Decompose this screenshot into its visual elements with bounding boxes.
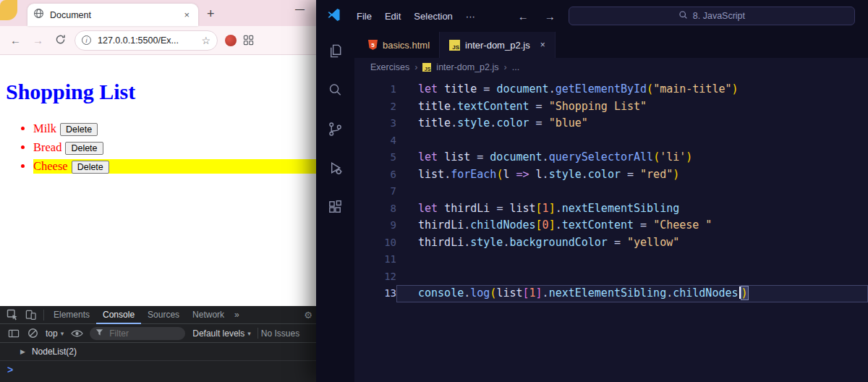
code-token: document <box>490 150 542 164</box>
code-line: 4 <box>354 132 868 150</box>
code-token: let <box>418 150 444 164</box>
run-debug-icon[interactable] <box>327 159 344 177</box>
clear-console-icon[interactable] <box>23 328 42 339</box>
code-token: textContent <box>562 218 634 232</box>
menu-more-icon[interactable]: ··· <box>459 8 482 25</box>
code-token: . <box>549 82 556 96</box>
code-token: ( <box>653 150 660 164</box>
delete-button[interactable]: Delete <box>72 161 109 174</box>
code-line: 7 <box>354 183 868 200</box>
browser-tab[interactable]: Document × <box>27 4 198 26</box>
go-back-icon[interactable]: ← <box>518 10 529 22</box>
new-tab-button[interactable]: + <box>207 7 215 22</box>
vscode-titlebar: File Edit Selection ··· ← → 8. JavaScrip… <box>316 0 868 32</box>
prompt-chevron-icon: > <box>7 364 13 375</box>
browser-navbar: ← → i ☆ <box>0 26 316 55</box>
minimize-button[interactable]: — <box>295 4 305 14</box>
menu-file[interactable]: File <box>350 8 378 25</box>
editor-tab-bar: 5 basics.html JS inter-dom_p2.js × <box>354 32 868 58</box>
code-token: . <box>542 168 549 181</box>
devtools-tab-network[interactable]: Network <box>186 306 231 324</box>
console-filter[interactable] <box>90 327 185 340</box>
devtools-tab-elements[interactable]: Elements <box>47 306 96 324</box>
bookmark-star-icon[interactable]: ☆ <box>201 35 210 46</box>
extension-icon[interactable] <box>225 35 237 46</box>
device-toolbar-icon[interactable] <box>22 309 41 321</box>
code-text: list.forEach(l => l.style.color = "red") <box>396 166 868 184</box>
code-token: thirdLi <box>418 218 464 232</box>
list-item-label: Bread <box>33 140 61 154</box>
apps-grid-icon[interactable] <box>243 35 254 46</box>
extensions-icon[interactable] <box>327 198 344 216</box>
html-file-icon: 5 <box>368 40 378 50</box>
code-token: = <box>496 202 509 215</box>
chevron-right-icon: › <box>504 62 507 72</box>
context-selector[interactable]: top ▾ <box>46 328 64 339</box>
code-token: thirdLi <box>444 202 496 215</box>
command-search-box[interactable]: 8. JavaScript <box>569 7 855 25</box>
line-number: 10 <box>354 234 396 252</box>
filter-input[interactable] <box>108 328 177 339</box>
code-token: . <box>451 116 457 130</box>
divider <box>258 328 258 339</box>
console-output-row[interactable]: ▶ NodeList(2) <box>0 343 316 361</box>
code-line: 13console.log(list[1].nextElementSibling… <box>354 285 868 302</box>
delete-button[interactable]: Delete <box>65 142 103 155</box>
inspect-element-icon[interactable] <box>3 309 22 321</box>
back-button[interactable]: ← <box>4 34 27 46</box>
explorer-icon[interactable] <box>327 42 344 59</box>
code-token: log <box>470 286 490 300</box>
url-input[interactable] <box>96 35 201 46</box>
list-item-label: Milk <box>33 122 56 135</box>
breadcrumb-item-symbol[interactable]: ... <box>512 62 519 72</box>
log-levels-dropdown[interactable]: Default levels ▾ <box>192 328 251 339</box>
go-forward-icon[interactable]: → <box>545 10 556 22</box>
breadcrumb-item-exercises[interactable]: Exercises <box>370 62 409 72</box>
code-line: 9thirdLi.childNodes[0].textContent = "Ch… <box>354 217 868 234</box>
code-token: [ <box>536 202 542 215</box>
code-text <box>396 268 868 286</box>
tab-inter-dom-p2-js[interactable]: JS inter-dom_p2.js × <box>440 32 556 58</box>
code-token: style <box>457 116 490 130</box>
tab-basics-html[interactable]: 5 basics.html <box>359 32 440 58</box>
expand-triangle-icon[interactable]: ▶ <box>20 348 25 355</box>
console-output-value: NodeList(2) <box>32 347 77 357</box>
delete-button[interactable]: Delete <box>60 123 98 136</box>
reload-button[interactable] <box>49 34 72 47</box>
code-editor[interactable]: 1let title = document.getElementById("ma… <box>354 77 868 382</box>
site-info-icon[interactable]: i <box>82 35 91 45</box>
chevron-right-icon: › <box>414 62 417 72</box>
code-token: title <box>444 82 483 96</box>
line-number: 6 <box>354 166 396 184</box>
line-number: 12 <box>354 268 396 286</box>
close-icon[interactable]: × <box>540 40 545 50</box>
code-token: . <box>444 168 451 181</box>
code-token: [ <box>536 218 542 232</box>
close-icon[interactable]: × <box>181 9 192 20</box>
search-sidebar-icon[interactable] <box>327 81 344 98</box>
menu-selection[interactable]: Selection <box>407 8 459 25</box>
url-bar[interactable]: i ☆ <box>75 30 218 51</box>
devtools-tab-sources[interactable]: Sources <box>141 306 186 324</box>
line-number: 11 <box>354 251 396 268</box>
code-text: title.textContent = "Shopping List" <box>396 98 868 116</box>
live-expression-eye-icon[interactable] <box>67 329 86 338</box>
js-file-icon: JS <box>422 63 431 72</box>
editor-lines: 1let title = document.getElementById("ma… <box>354 81 868 302</box>
code-token: backgroundColor <box>509 236 607 249</box>
code-token: . <box>542 286 549 300</box>
more-tabs-icon[interactable]: » <box>231 310 243 320</box>
breadcrumb-item-file[interactable]: inter-dom_p2.js <box>436 62 498 72</box>
code-token: [ <box>523 286 529 300</box>
console-sidebar-icon[interactable] <box>4 328 23 339</box>
console-prompt[interactable]: > <box>0 361 316 378</box>
code-token: childNodes <box>673 286 738 300</box>
issues-counter[interactable]: No Issues <box>261 328 299 339</box>
code-token: . <box>556 218 562 232</box>
vscode-window: File Edit Selection ··· ← → 8. JavaScrip… <box>316 0 868 382</box>
forward-button[interactable]: → <box>27 34 49 46</box>
gear-icon[interactable]: ⚙ <box>304 310 312 321</box>
devtools-tab-console[interactable]: Console <box>96 306 141 324</box>
source-control-icon[interactable] <box>327 120 344 137</box>
menu-edit[interactable]: Edit <box>378 8 407 25</box>
